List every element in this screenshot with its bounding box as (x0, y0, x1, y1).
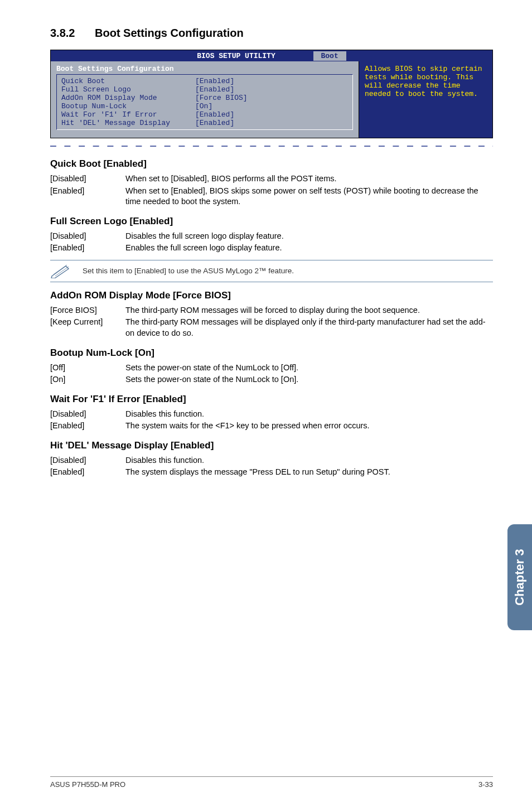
definition-term: [Force BIOS] (50, 305, 125, 317)
bios-val: [Enabled] (195, 85, 234, 94)
bios-row: AddOn ROM Display Mode[Force BIOS] (61, 94, 348, 102)
definition-row: [Enabled]When set to [Enabled], BIOS ski… (50, 185, 493, 208)
definition-desc: The third-party ROM messages will be for… (125, 305, 493, 317)
definition-row: [Keep Current]The third-party ROM messag… (50, 316, 493, 339)
bios-panel: BIOS SETUP UTILITY Boot Boot Settings Co… (50, 50, 493, 138)
footer-page-number: 3-33 (478, 780, 493, 789)
definition-term: [Disabled] (50, 173, 125, 185)
subsection-heading: Quick Boot [Enabled] (50, 158, 493, 170)
definition-list: [Disabled]Disables the full screen logo … (50, 230, 284, 254)
page-footer: ASUS P7H55D-M PRO 3-33 (50, 776, 493, 789)
bios-help-text: Allows BIOS to skip certain tests while … (359, 61, 492, 138)
subsection-heading: AddOn ROM Display Mode [Force BIOS] (50, 290, 493, 301)
bios-key: Quick Boot (61, 77, 195, 85)
definition-row: [Off]Sets the power-on state of the NumL… (50, 362, 298, 374)
footer-product: ASUS P7H55D-M PRO (50, 780, 125, 789)
note-callout: Set this item to [Enabled] to use the AS… (50, 260, 493, 282)
bios-row: Wait For 'F1' If Error[Enabled] (61, 110, 348, 119)
definition-row: [Disabled]Disables this function. (50, 455, 390, 467)
definition-row: [Enabled]The system displays the message… (50, 466, 390, 479)
definition-term: [On] (50, 374, 125, 386)
definition-desc: The third-party ROM messages will be dis… (125, 316, 493, 339)
definition-list: [Off]Sets the power-on state of the NumL… (50, 362, 298, 386)
definition-term: [Off] (50, 362, 125, 374)
definition-term: [Enabled] (50, 420, 125, 432)
bios-val: [Enabled] (195, 110, 234, 119)
bios-row: Quick Boot[Enabled] (61, 77, 348, 85)
chapter-side-tab: Chapter 3 (507, 524, 532, 630)
separator-dashes: — — — — — — — — — — — — — — — — — — — — … (50, 141, 493, 151)
definition-desc: When set to [Enabled], BIOS skips some p… (125, 185, 493, 208)
bios-row: Full Screen Logo[Enabled] (61, 85, 348, 94)
bios-key: Full Screen Logo (61, 85, 195, 94)
chapter-side-tab-label: Chapter 3 (512, 549, 527, 605)
bios-val: [On] (195, 102, 212, 110)
definition-row: [Disabled]Disables this function. (50, 408, 370, 421)
bios-panel-title: Boot Settings Configuration (56, 65, 353, 73)
definition-desc: The system waits for the <F1> key to be … (125, 420, 370, 432)
definition-list: [Force BIOS]The third-party ROM messages… (50, 305, 493, 340)
pencil-icon (50, 264, 72, 278)
subsection-heading: Bootup Num-Lock [On] (50, 347, 493, 359)
section-number: 3.8.2 (50, 27, 95, 40)
definition-desc: The system displays the message "Press D… (125, 466, 390, 479)
definition-desc: Disables this function. (125, 408, 370, 421)
section-title-text: Boot Settings Configuration (95, 27, 244, 39)
section-heading: 3.8.2Boot Settings Configuration (50, 27, 493, 40)
definition-row: [Disabled]When set to [Disabled], BIOS p… (50, 173, 493, 185)
definition-term: [Keep Current] (50, 316, 125, 339)
definition-term: [Disabled] (50, 408, 125, 421)
definition-row: [Enabled]Enables the full screen logo di… (50, 242, 284, 254)
definition-list: [Disabled]Disables this function. [Enabl… (50, 455, 390, 479)
bios-row: Hit 'DEL' Message Display[Enabled] (61, 119, 348, 127)
bios-val: [Enabled] (195, 119, 234, 127)
definition-term: [Disabled] (50, 455, 125, 467)
bios-val: [Force BIOS] (195, 94, 248, 102)
bios-key: Wait For 'F1' If Error (61, 110, 195, 119)
bios-row: Bootup Num-Lock[On] (61, 102, 348, 110)
definition-term: [Enabled] (50, 466, 125, 479)
definition-row: [On]Sets the power-on state of the NumLo… (50, 374, 298, 386)
definition-term: [Enabled] (50, 242, 125, 254)
bios-key: Hit 'DEL' Message Display (61, 119, 195, 127)
bios-tab-boot: Boot (313, 51, 346, 61)
bios-utility-title: BIOS SETUP UTILITY (197, 52, 275, 60)
definition-desc: When set to [Disabled], BIOS performs al… (125, 173, 493, 185)
subsection-heading: Hit 'DEL' Message Display [Enabled] (50, 440, 493, 451)
definition-row: [Enabled]The system waits for the <F1> k… (50, 420, 370, 432)
bios-key: AddOn ROM Display Mode (61, 94, 195, 102)
bios-val: [Enabled] (195, 77, 234, 85)
definition-term: [Enabled] (50, 185, 125, 208)
subsection-heading: Full Screen Logo [Enabled] (50, 216, 493, 227)
definition-term: [Disabled] (50, 230, 125, 243)
definition-row: [Disabled]Disables the full screen logo … (50, 230, 284, 243)
definition-desc: Enables the full screen logo display fea… (125, 242, 284, 254)
definition-desc: Sets the power-on state of the NumLock t… (125, 362, 298, 374)
definition-list: [Disabled]Disables this function. [Enabl… (50, 408, 370, 432)
note-text: Set this item to [Enabled] to use the AS… (83, 267, 294, 275)
bios-settings-list: Quick Boot[Enabled] Full Screen Logo[Ena… (56, 74, 353, 130)
subsection-heading: Wait For 'F1' If Error [Enabled] (50, 394, 493, 405)
bios-key: Bootup Num-Lock (61, 102, 195, 110)
definition-desc: Disables the full screen logo display fe… (125, 230, 284, 243)
definition-list: [Disabled]When set to [Disabled], BIOS p… (50, 173, 493, 208)
definition-desc: Sets the power-on state of the NumLock t… (125, 374, 298, 386)
definition-row: [Force BIOS]The third-party ROM messages… (50, 305, 493, 317)
definition-desc: Disables this function. (125, 455, 390, 467)
